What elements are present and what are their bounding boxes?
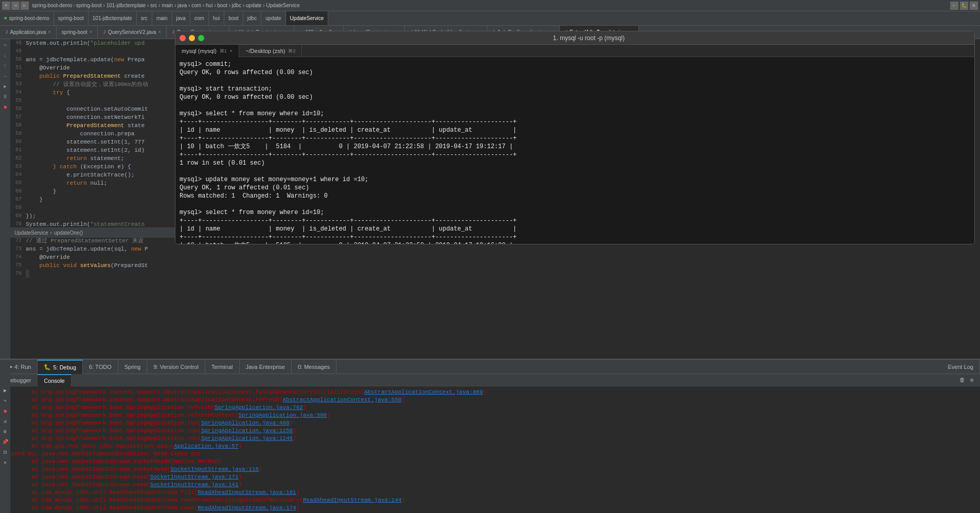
term-tab-close[interactable]: × <box>230 48 233 54</box>
debug-pause[interactable]: ⏸ <box>1 93 9 101</box>
console-output: at org.springframework.context.support.A… <box>0 386 980 513</box>
sub-tab-console[interactable]: Console <box>38 374 71 386</box>
tab-spring-boot[interactable]: spring-boot <box>54 11 88 26</box>
term-line: | 10 | batch 一炊文5 | 5184 | 0 | 2019-04-0… <box>180 143 970 151</box>
filter-icon[interactable]: ⊟ <box>1 448 9 456</box>
breadcrumb-updateone[interactable]: updateOne() <box>54 230 83 236</box>
console-link[interactable]: SpringApplication.java:498 <box>201 420 290 426</box>
tab-java-enterprise[interactable]: Java Enterprise <box>240 360 292 374</box>
code-line: 56 connection.setAutoCommit <box>10 105 180 113</box>
file-tab-close[interactable]: × <box>90 30 92 35</box>
minimize-button[interactable] <box>189 35 195 41</box>
close-icon-2[interactable]: ✕ <box>1 458 9 467</box>
debug-step-into[interactable]: ↓ <box>1 51 9 60</box>
console-toolbar-clear[interactable]: 🗑 <box>958 376 966 384</box>
file-tab-queryservicev2[interactable]: J QueryServiceV2.java × <box>98 26 167 39</box>
tab-terminal[interactable]: Terminal <box>205 360 240 374</box>
tab-debug[interactable]: 🐛 5: Debug <box>38 360 83 374</box>
left-side-icons: ↷ ↓ ↑ → ▶ ⏸ ■ <box>0 39 10 384</box>
console-link[interactable]: AbstractApplicationContext.java:550 <box>282 397 401 403</box>
project-tab-bar: ■ spring-boot-demo spring-boot 101-jdbct… <box>0 11 980 26</box>
project-path: spring-boot › 101-jdbctemplate › src › m… <box>76 3 300 8</box>
console-link[interactable]: SpringApplication.java:1258 <box>201 428 293 434</box>
term-line: +----+------------------+--------+------… <box>180 134 970 143</box>
term-tab-mysql[interactable]: mysql (mysql) ⌘1 × <box>175 45 239 57</box>
terminal-content[interactable]: mysql> commit; Query OK, 0 rows affected… <box>175 57 974 244</box>
run-icon[interactable]: ▶ <box>950 2 958 10</box>
back-icon[interactable]: ◁ <box>11 2 20 10</box>
console-link[interactable]: ReadAheadInputStream.java:101 <box>198 489 296 496</box>
tab-boot[interactable]: boot <box>224 11 243 26</box>
term-line: | id | name | money | is_deleted | creat… <box>180 225 970 233</box>
term-line <box>180 77 970 85</box>
tab-messages[interactable]: 0: Messages <box>292 360 336 374</box>
term-line: | id | name | money | is_deleted | creat… <box>180 126 970 134</box>
term-line <box>180 101 970 110</box>
settings-icon-2[interactable]: ⚙ <box>1 428 9 436</box>
restart-icon[interactable]: ↺ <box>1 417 9 426</box>
code-line: 68 <box>10 204 180 212</box>
debug-icon[interactable]: 🐛 <box>960 2 968 10</box>
tab-java[interactable]: java <box>172 11 190 26</box>
console-link[interactable]: SpringApplication.java:762 <box>215 404 303 411</box>
code-line: 63 } catch (Exception e) { <box>10 163 180 171</box>
file-tab-spring-boot[interactable]: spring-boot × <box>57 26 98 39</box>
terminal-window: 1. mysql -u root -p (mysql) mysql (mysql… <box>175 31 975 244</box>
tab-101-jdbctemplate[interactable]: 101-jdbctemplate <box>88 11 137 26</box>
maximize-button[interactable] <box>198 35 204 41</box>
debug-step-out[interactable]: ↑ <box>1 62 9 70</box>
tab-jdbc[interactable]: jdbc <box>243 11 261 26</box>
console-line: at java.net.SocketInputStream.read(Socke… <box>4 481 976 489</box>
close-button[interactable] <box>180 35 186 41</box>
tab-com[interactable]: com <box>190 11 209 26</box>
console-line: at org.springframework.boot.SpringApplic… <box>4 435 976 443</box>
tab-hui[interactable]: hui <box>209 11 224 26</box>
tab-src[interactable]: src <box>137 11 152 26</box>
breadcrumb-updateservice[interactable]: UpdateService <box>14 230 48 236</box>
console-link[interactable]: AbstractApplicationContext.java:869 <box>364 389 483 395</box>
debug-run-to-cursor[interactable]: → <box>1 72 9 80</box>
forward-icon[interactable]: ▷ <box>21 2 29 10</box>
console-link[interactable]: SpringApplication.java:1246 <box>201 435 293 441</box>
term-line: mysql> start transaction; <box>180 85 970 93</box>
console-line: at org.springframework.boot.SpringApplic… <box>4 404 976 412</box>
tab-spring-boot-demo[interactable]: ■ spring-boot-demo <box>0 11 54 26</box>
console-link[interactable]: ReadAheadInputStream.java:174 <box>198 505 296 511</box>
debug-stop[interactable]: ■ <box>1 103 9 111</box>
code-line: 51 @Override <box>10 64 180 72</box>
tab-version-control[interactable]: 9: Version Control <box>147 360 205 374</box>
tab-updateservice[interactable]: UpdateService <box>286 11 329 26</box>
console-line: at com.mysql.jdbc.util.ReadAheadInputStr… <box>4 489 976 497</box>
tab-update[interactable]: update <box>261 11 286 26</box>
menu-icon[interactable]: ≡ <box>2 2 10 10</box>
step-over-icon[interactable]: ↷ <box>1 397 9 405</box>
tab-main[interactable]: main <box>152 11 172 26</box>
resume-icon[interactable]: ▶ <box>1 386 9 395</box>
debug-step-over[interactable]: ↷ <box>1 41 9 49</box>
term-tab-zsh[interactable]: ~/Desktop (zsh) ⌘2 <box>239 45 302 57</box>
console-link[interactable]: Application.java:57 <box>174 443 238 449</box>
file-tab-close[interactable]: × <box>48 30 50 35</box>
term-line: | 10 | batch 一炊文5 | 5185 | 0 | 2019-04-0… <box>180 241 970 244</box>
console-link[interactable]: SocketInputStream.java:141 <box>150 482 239 488</box>
console-link[interactable]: SocketInputStream.java:171 <box>150 474 239 480</box>
code-line: 48 System.out.println("placeholder upd <box>10 39 180 47</box>
code-line: 67 } <box>10 196 180 204</box>
pin-icon[interactable]: 📌 <box>1 438 9 446</box>
stop-icon[interactable]: ■ <box>1 407 9 415</box>
settings-icon[interactable]: ⚙ <box>970 2 978 10</box>
term-line: +----+------------------+--------+------… <box>180 118 970 126</box>
tab-event-log[interactable]: Event Log <box>941 360 980 374</box>
file-tab-application[interactable]: J Application.java × <box>0 26 57 39</box>
code-line: 55 <box>10 97 180 105</box>
console-toolbar-filter[interactable]: ⚙ <box>968 376 976 384</box>
console-link[interactable]: SocketInputStream.java:116 <box>170 466 259 472</box>
tab-todo[interactable]: 6: TODO <box>83 360 118 374</box>
console-line: at java.net.SocketInputStream.socketRead… <box>4 458 976 466</box>
file-tab-close[interactable]: × <box>158 30 161 35</box>
debug-resume[interactable]: ▶ <box>1 82 9 91</box>
console-link[interactable]: ReadAheadInputStream.java:144 <box>303 497 401 503</box>
tab-spring[interactable]: Spring <box>118 360 148 374</box>
code-line: 74 @Override <box>10 253 180 261</box>
console-link[interactable]: SpringApplication.java:398 <box>238 412 327 418</box>
